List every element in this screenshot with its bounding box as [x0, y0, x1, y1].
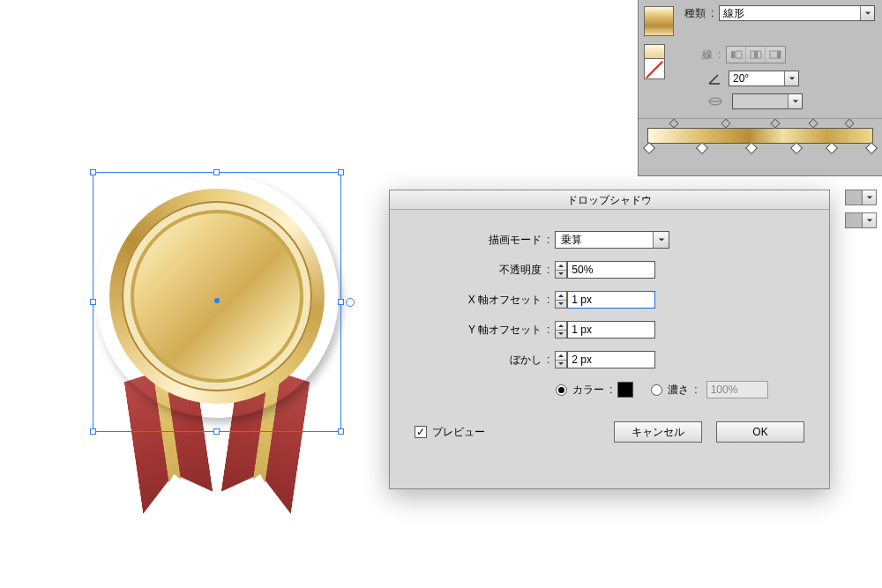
- dropdown-caret-icon: [784, 71, 798, 86]
- type-label: 種類: [684, 6, 706, 21]
- resize-handle-tr[interactable]: [338, 169, 344, 175]
- gradient-preview-swatch[interactable]: [644, 6, 674, 36]
- gradient-midpoint[interactable]: [808, 118, 818, 128]
- darkness-label: 濃さ: [668, 383, 689, 398]
- stepper-up-icon[interactable]: [556, 292, 566, 301]
- resize-handle-tm[interactable]: [213, 169, 220, 175]
- blend-mode-label: 描画モード: [415, 233, 547, 248]
- dialog-title: ドロップシャドウ: [390, 190, 829, 210]
- y-offset-field[interactable]: 1 px: [567, 321, 655, 339]
- resize-handle-bl[interactable]: [90, 428, 96, 435]
- cancel-button[interactable]: キャンセル: [614, 421, 702, 443]
- blend-mode-select[interactable]: 乗算: [555, 231, 669, 249]
- stepper-down-icon[interactable]: [556, 361, 566, 368]
- gradient-angle-value: 20°: [729, 72, 784, 85]
- aspect-ratio-icon: [707, 95, 723, 108]
- aspect-ratio-select[interactable]: [732, 93, 803, 109]
- no-stroke-swatch[interactable]: [644, 58, 665, 79]
- stepper-down-icon[interactable]: [556, 271, 566, 279]
- gradient-panel: 種類 : 線形 線 :: [638, 0, 882, 176]
- y-offset-label: Y 軸オフセット: [415, 323, 547, 338]
- location-select[interactable]: [845, 212, 877, 228]
- selection-center-point[interactable]: [214, 298, 220, 303]
- gradient-stop[interactable]: [826, 142, 838, 154]
- blur-stepper[interactable]: [555, 351, 567, 368]
- stepper-up-icon[interactable]: [556, 262, 566, 271]
- rotation-origin-handle[interactable]: [346, 298, 355, 307]
- drop-shadow-dialog: ドロップシャドウ 描画モード : 乗算 不透明度 : 50%: [389, 190, 830, 489]
- opacity-select[interactable]: [845, 190, 877, 205]
- svg-rect-1: [736, 51, 742, 58]
- stroke-align-end-icon[interactable]: [766, 47, 785, 63]
- gradient-type-select[interactable]: 線形: [719, 5, 875, 21]
- panel-extras: [845, 190, 877, 228]
- preview-label: プレビュー: [432, 425, 485, 440]
- dropdown-caret-icon: [653, 232, 669, 248]
- gradient-stop[interactable]: [696, 142, 708, 154]
- color-label: カラー: [572, 383, 604, 398]
- selection-bounding-box[interactable]: [93, 172, 341, 432]
- gradient-stop[interactable]: [865, 142, 878, 154]
- blur-field[interactable]: 2 px: [567, 351, 655, 368]
- gradient-midpoint[interactable]: [844, 118, 854, 128]
- gradient-midpoint[interactable]: [669, 118, 679, 128]
- x-offset-field[interactable]: 1 px: [567, 291, 655, 309]
- opacity-field[interactable]: 50%: [567, 261, 655, 279]
- blend-mode-value: 乗算: [556, 233, 653, 248]
- dropdown-caret-icon: [788, 94, 802, 108]
- x-offset-stepper[interactable]: [555, 291, 567, 309]
- resize-handle-rm[interactable]: [338, 299, 344, 305]
- stepper-up-icon[interactable]: [556, 322, 566, 331]
- stepper-down-icon[interactable]: [556, 301, 566, 309]
- artboard[interactable]: 種類 : 線形 線 :: [0, 0, 882, 588]
- colon: :: [711, 7, 714, 19]
- gradient-type-value: 線形: [720, 6, 860, 21]
- svg-rect-4: [777, 51, 781, 58]
- gradient-stop[interactable]: [745, 142, 758, 154]
- resize-handle-lm[interactable]: [90, 299, 96, 305]
- gradient-midpoint[interactable]: [770, 118, 780, 128]
- stroke-label: 線: [702, 48, 713, 63]
- opacity-label: 不透明度: [415, 263, 547, 278]
- gradient-stop[interactable]: [643, 142, 655, 154]
- y-offset-stepper[interactable]: [555, 321, 567, 339]
- resize-handle-br[interactable]: [338, 428, 344, 435]
- gradient-stop[interactable]: [789, 142, 802, 154]
- svg-rect-0: [731, 51, 735, 58]
- preview-checkbox[interactable]: [415, 426, 427, 438]
- stroke-alignment-segmented[interactable]: [726, 46, 786, 63]
- stroke-align-center-icon[interactable]: [746, 47, 766, 63]
- stepper-up-icon[interactable]: [556, 352, 566, 361]
- shadow-color-swatch[interactable]: [617, 382, 633, 398]
- gradient-ramp[interactable]: [647, 128, 873, 144]
- angle-icon: [707, 71, 721, 86]
- stepper-down-icon[interactable]: [556, 331, 566, 339]
- gradient-midpoint[interactable]: [721, 118, 730, 128]
- resize-handle-tl[interactable]: [90, 169, 96, 175]
- darkness-field: 100%: [706, 381, 768, 398]
- gradient-angle-select[interactable]: 20°: [729, 71, 799, 86]
- color-radio[interactable]: [556, 384, 567, 396]
- x-offset-label: X 軸オフセット: [415, 293, 547, 308]
- opacity-stepper[interactable]: [555, 261, 567, 279]
- dropdown-caret-icon: [860, 6, 874, 20]
- ok-button[interactable]: OK: [716, 421, 804, 443]
- stroke-align-start-icon[interactable]: [727, 47, 746, 63]
- blur-label: ぼかし: [415, 353, 547, 368]
- darkness-radio[interactable]: [651, 384, 662, 396]
- svg-rect-2: [754, 51, 758, 58]
- resize-handle-bm[interactable]: [213, 428, 220, 435]
